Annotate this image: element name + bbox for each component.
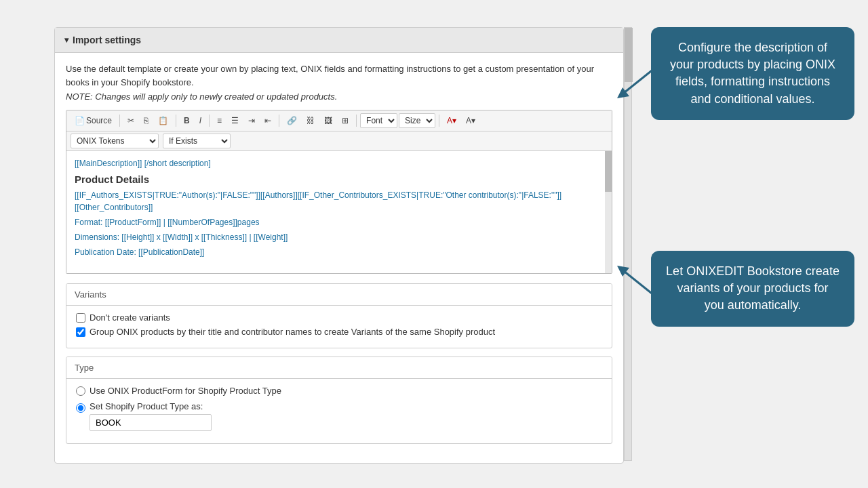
divider-1 xyxy=(119,115,120,127)
editor-scrollbar-thumb xyxy=(605,151,612,192)
unordered-list-button[interactable]: ☰ xyxy=(227,114,243,127)
paste-button[interactable]: 📋 xyxy=(154,114,172,127)
font-color-button[interactable]: A▾ xyxy=(443,114,460,127)
indent-button[interactable]: ⇥ xyxy=(244,114,259,127)
divider-6 xyxy=(439,115,439,127)
import-settings-panel: ▾ Import settings Use the default templa… xyxy=(54,27,624,464)
variants-option1-row: Don't create variants xyxy=(76,312,602,323)
type-option1-row: Use ONIX ProductForm for Shopify Product… xyxy=(76,386,602,396)
description-main: Use the default template or create your … xyxy=(66,62,612,89)
tooltip2-text: Let ONIXEDIT Bookstore create variants o… xyxy=(666,264,840,312)
variants-option2-label: Group ONIX products by their title and c… xyxy=(90,327,495,337)
italic-button[interactable]: I xyxy=(195,114,205,127)
variants-option1-label: Don't create variants xyxy=(90,312,170,323)
collapse-icon: ▾ xyxy=(64,35,68,45)
toolbar-row2: ONIX Tokens If Exists xyxy=(66,131,612,151)
highlight-button[interactable]: A▾ xyxy=(462,114,479,127)
type-option1-radio[interactable] xyxy=(76,386,85,396)
editor-scrollbar[interactable] xyxy=(605,151,612,273)
if-exists-select[interactable]: If Exists xyxy=(163,134,231,148)
tooltip2-arrow xyxy=(610,264,658,305)
type-option2-radio[interactable] xyxy=(76,403,85,413)
type-body: Use ONIX ProductForm for Shopify Product… xyxy=(66,379,612,443)
page-icon: 📄 xyxy=(75,116,85,125)
divider-2 xyxy=(176,115,176,127)
section-title: Import settings xyxy=(73,35,141,45)
type-header: Type xyxy=(66,357,612,379)
ordered-list-button[interactable]: ≡ xyxy=(213,114,226,127)
divider-3 xyxy=(209,115,210,127)
template-editor: 📄 Source ✂ ⎘ 📋 B I ≡ ☰ ⇥ ⇤ 🔗 ⛓ 🖼 ⊞ xyxy=(66,110,612,274)
editor-line1: [[MainDescription]] [/short description] xyxy=(75,158,604,169)
type-option2-label: Set Shopify Product Type as: xyxy=(90,401,203,411)
editor-line2: [[IF_Authors_EXISTS|TRUE:"Author(s):"|FA… xyxy=(75,189,604,214)
editor-line4: Dimensions: [[Height]] x [[Width]] x [[T… xyxy=(75,231,604,243)
image-button[interactable]: 🖼 xyxy=(320,114,336,127)
editor-line5: Publication Date: [[PublicationDate]] xyxy=(75,246,604,258)
variants-option2-checkbox[interactable] xyxy=(76,327,85,337)
copy-button[interactable]: ⎘ xyxy=(140,114,153,127)
variants-title: Variants xyxy=(75,289,106,300)
variants-body: Don't create variants Group ONIX product… xyxy=(66,306,612,348)
variants-header: Variants xyxy=(66,284,612,306)
type-option1-label: Use ONIX ProductForm for Shopify Product… xyxy=(90,386,281,396)
font-select[interactable]: Font xyxy=(360,113,397,128)
tooltip1-text: Configure the description of your produc… xyxy=(670,41,835,106)
variants-section: Variants Don't create variants Group ONI… xyxy=(66,283,612,348)
tooltip-bubble-1: Configure the description of your produc… xyxy=(651,27,854,120)
product-type-input[interactable] xyxy=(90,414,212,431)
section-content: Use the default template or create your … xyxy=(55,53,623,463)
source-button[interactable]: 📄 Source xyxy=(71,114,116,127)
divider-4 xyxy=(279,115,279,127)
toolbar-row1: 📄 Source ✂ ⎘ 📋 B I ≡ ☰ ⇥ ⇤ 🔗 ⛓ 🖼 ⊞ xyxy=(66,110,612,131)
editor-body[interactable]: [[MainDescription]] [/short description]… xyxy=(66,151,612,273)
type-option2-content: Set Shopify Product Type as: xyxy=(90,401,212,431)
divider-5 xyxy=(356,115,357,127)
variants-option2-row: Group ONIX products by their title and c… xyxy=(76,327,602,337)
onix-tokens-select[interactable]: ONIX Tokens xyxy=(71,134,159,148)
section-header[interactable]: ▾ Import settings xyxy=(55,28,623,53)
description-note: NOTE: Changes will apply only to newly c… xyxy=(66,92,612,102)
source-label: Source xyxy=(86,116,112,125)
type-section: Type Use ONIX ProductForm for Shopify Pr… xyxy=(66,357,612,444)
table-button[interactable]: ⊞ xyxy=(338,114,353,127)
variants-option1-checkbox[interactable] xyxy=(76,313,85,323)
editor-line3: Format: [[ProductForm]] | [[NumberOfPage… xyxy=(75,216,604,228)
bold-button[interactable]: B xyxy=(180,114,194,127)
editor-wrapper: [[MainDescription]] [/short description]… xyxy=(66,151,612,273)
type-title: Type xyxy=(75,363,94,373)
outdent-button[interactable]: ⇤ xyxy=(260,114,275,127)
link-button[interactable]: 🔗 xyxy=(283,114,301,127)
cut-button[interactable]: ✂ xyxy=(123,114,138,127)
tooltip-bubble-2: Let ONIXEDIT Bookstore create variants o… xyxy=(651,251,854,327)
tooltip1-arrow xyxy=(610,59,658,100)
editor-heading: Product Details xyxy=(75,174,604,185)
unlink-button[interactable]: ⛓ xyxy=(302,114,319,127)
size-select[interactable]: Size xyxy=(399,113,435,128)
type-option2-row: Set Shopify Product Type as: xyxy=(76,401,602,431)
